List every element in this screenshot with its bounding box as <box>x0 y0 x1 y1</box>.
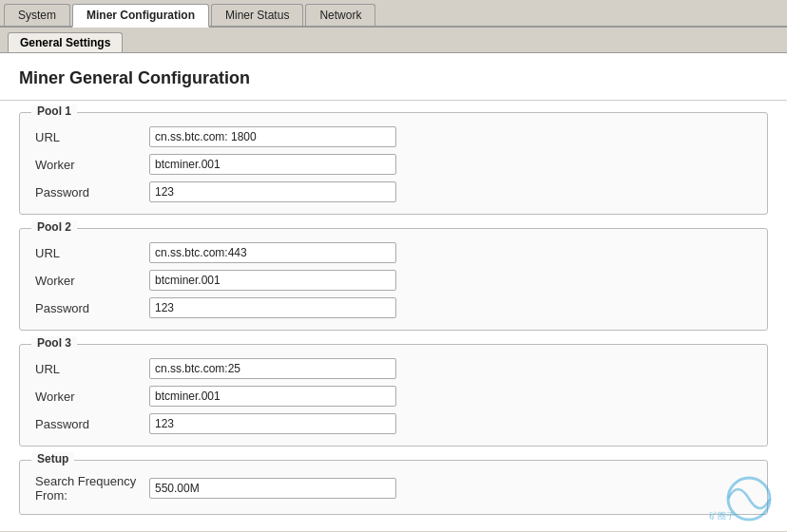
form-area: Pool 1 URL Worker Password Pool 2 URL W <box>0 101 787 531</box>
pool2-password-input[interactable] <box>149 297 396 318</box>
pool2-url-label: URL <box>35 246 149 260</box>
pool2-url-row: URL <box>35 242 752 263</box>
setup-legend: Setup <box>31 452 74 466</box>
pool2-worker-row: Worker <box>35 270 752 291</box>
pool2-legend: Pool 2 <box>31 220 77 234</box>
search-freq-input[interactable] <box>149 478 396 499</box>
pool3-url-label: URL <box>35 362 149 376</box>
setup-group: Setup Search Frequency From: <box>19 460 768 515</box>
pool2-password-label: Password <box>35 301 149 315</box>
page-title: Miner General Configuration <box>0 53 787 101</box>
pool1-worker-row: Worker <box>35 154 752 175</box>
pool1-url-label: URL <box>35 130 149 144</box>
pool3-password-input[interactable] <box>149 413 396 434</box>
pool1-password-row: Password <box>35 181 752 202</box>
pool1-password-label: Password <box>35 185 149 200</box>
pool2-worker-label: Worker <box>35 274 149 288</box>
pool1-password-input[interactable] <box>149 181 396 202</box>
pool1-group: Pool 1 URL Worker Password <box>19 112 768 215</box>
pool3-url-input[interactable] <box>149 358 396 379</box>
search-freq-label: Search Frequency From: <box>35 474 149 503</box>
pool1-legend: Pool 1 <box>31 104 77 118</box>
tab-network[interactable]: Network <box>305 4 375 26</box>
pool1-url-row: URL <box>35 126 752 147</box>
tab-miner-status[interactable]: Miner Status <box>211 4 303 26</box>
sub-tab-bar: General Settings <box>0 28 787 53</box>
search-freq-row: Search Frequency From: <box>35 474 752 503</box>
pool2-worker-input[interactable] <box>149 270 396 291</box>
pool3-worker-input[interactable] <box>149 386 396 407</box>
pool2-url-input[interactable] <box>149 242 396 263</box>
pool3-password-row: Password <box>35 413 752 434</box>
pool1-worker-label: Worker <box>35 158 149 172</box>
pool2-password-row: Password <box>35 297 752 318</box>
pool3-worker-row: Worker <box>35 386 752 407</box>
main-content: General Settings Miner General Configura… <box>0 28 787 531</box>
pool3-url-row: URL <box>35 358 752 379</box>
pool3-group: Pool 3 URL Worker Password <box>19 344 768 446</box>
pool1-worker-input[interactable] <box>149 154 396 175</box>
pool1-url-input[interactable] <box>149 126 396 147</box>
tab-system[interactable]: System <box>4 4 70 26</box>
sub-tab-general-settings[interactable]: General Settings <box>8 32 123 52</box>
tab-miner-config[interactable]: Miner Configuration <box>72 4 209 28</box>
pool3-worker-label: Worker <box>35 390 149 404</box>
pool3-password-label: Password <box>35 417 149 431</box>
tab-bar: System Miner Configuration Miner Status … <box>0 0 787 28</box>
pool2-group: Pool 2 URL Worker Password <box>19 228 768 331</box>
pool3-legend: Pool 3 <box>31 336 77 350</box>
